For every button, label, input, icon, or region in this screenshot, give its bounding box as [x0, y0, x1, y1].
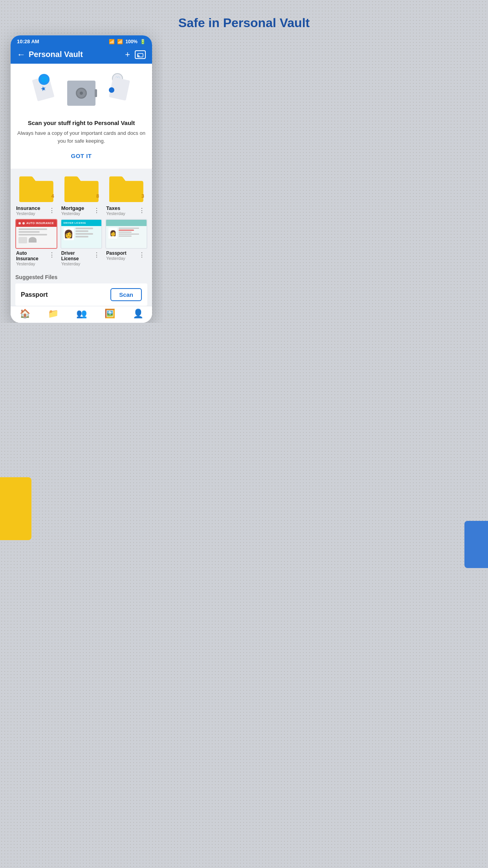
promo-title: Scan your stuff right to Personal Vault: [17, 120, 146, 126]
battery-icon: 🔋: [140, 39, 146, 44]
safe-dial: [76, 88, 87, 99]
folder-icon-insurance: 4: [15, 173, 57, 204]
file-meta-passport: Passport Yesterday ⋮: [105, 250, 147, 261]
nav-item-sharing[interactable]: 👥: [67, 309, 95, 318]
globe-icon: 🌐: [39, 74, 50, 85]
file-thumb-license: DRIVER LICENSE 👩: [61, 219, 103, 249]
nav-right: +: [125, 50, 146, 59]
suggested-section: Suggested Files Passport Scan: [11, 269, 152, 306]
file-thumb-license-inner: DRIVER LICENSE 👩: [61, 220, 102, 248]
folder-date-insurance: Yesterday: [16, 211, 40, 216]
got-it-button[interactable]: GOT IT: [65, 149, 98, 162]
suggested-item-name: Passport: [21, 291, 48, 298]
folder-name-mortgage: Mortgage: [61, 205, 84, 211]
safe-illustration: [67, 81, 95, 106]
folder-icon-mortgage: 8: [61, 173, 103, 204]
svg-rect-2: [19, 182, 53, 202]
svg-rect-4: [109, 182, 143, 202]
folder-insurance[interactable]: 4 Insurance Yesterday ⋮: [15, 173, 57, 216]
nav-item-photos[interactable]: 🖼️: [95, 309, 124, 318]
nav-left: ← Personal Vault: [17, 50, 83, 59]
folders-section: 4 Insurance Yesterday ⋮: [11, 169, 152, 266]
folders-grid: 4 Insurance Yesterday ⋮: [15, 173, 147, 216]
star-icon: ★: [40, 84, 47, 93]
battery-percent: 100%: [125, 39, 138, 44]
promo-illustration: ★ 🌐 ♡: [17, 72, 146, 115]
file-date-passport: Yesterday: [106, 256, 126, 261]
scan-button[interactable]: Scan: [110, 288, 142, 301]
folder-taxes[interactable]: 3 Taxes Yesterday ⋮: [105, 173, 147, 216]
folder-mortgage[interactable]: 8 Mortgage Yesterday ⋮: [61, 173, 103, 216]
status-bar: 10:28 AM 📶 📶 100% 🔋: [11, 35, 152, 47]
folder-date-mortgage: Yesterday: [61, 211, 84, 216]
file-name-insurance: Auto Insurance: [16, 250, 47, 261]
nav-item-files[interactable]: 📁: [39, 309, 67, 318]
folder-more-insurance[interactable]: ⋮: [47, 206, 57, 215]
folder-name-taxes: Taxes: [106, 205, 125, 211]
nav-item-home[interactable]: 🏠: [11, 309, 39, 318]
bottom-nav: 🏠 📁 👥 🖼️ 👤: [11, 306, 152, 323]
folder-meta-taxes: Taxes Yesterday ⋮: [105, 205, 147, 216]
folder-meta-mortgage: Mortgage Yesterday ⋮: [61, 205, 103, 216]
svg-rect-3: [64, 182, 98, 202]
folder-meta-insurance: Insurance Yesterday ⋮: [15, 205, 57, 216]
wifi-icon: 📶: [109, 39, 115, 44]
file-name-license: Driver License: [61, 250, 92, 261]
file-thumb-insurance-inner: AUTO INSURANCE: [16, 220, 57, 248]
files-grid: AUTO INSURANCE: [15, 219, 147, 267]
folder-count-insurance: 4: [51, 193, 54, 199]
suggested-label: Suggested Files: [15, 274, 147, 280]
sharing-icon: 👥: [76, 309, 87, 318]
file-driver-license[interactable]: DRIVER LICENSE 👩: [61, 219, 103, 267]
back-button[interactable]: ←: [17, 50, 26, 59]
file-more-insurance[interactable]: ⋮: [47, 250, 57, 259]
folder-date-taxes: Yesterday: [106, 211, 125, 216]
file-thumb-passport: 👩: [105, 219, 147, 249]
nav-item-me[interactable]: 👤: [124, 309, 152, 318]
safe-hinge: [95, 89, 97, 97]
promo-description: Always have a copy of your important car…: [17, 129, 146, 145]
folder-more-mortgage[interactable]: ⋮: [92, 206, 101, 215]
promo-card: ★ 🌐 ♡ Scan your stuff right to Personal …: [11, 64, 152, 169]
folder-icon-taxes: 3: [105, 173, 147, 204]
file-auto-insurance[interactable]: AUTO INSURANCE: [15, 219, 57, 267]
nav-bar: ← Personal Vault +: [11, 47, 152, 64]
file-name-passport: Passport: [106, 250, 126, 256]
file-passport[interactable]: 👩: [105, 219, 147, 267]
blue-dot: [109, 87, 114, 93]
folder-name-insurance: Insurance: [16, 205, 40, 211]
files-icon: 📁: [48, 309, 59, 318]
status-icons: 📶 📶 100% 🔋: [109, 39, 146, 44]
me-icon: 👤: [133, 309, 143, 318]
folder-count-taxes: 3: [141, 193, 144, 199]
home-icon: 🏠: [20, 309, 30, 318]
cast-button[interactable]: [135, 50, 146, 59]
add-button[interactable]: +: [125, 50, 130, 59]
status-time: 10:28 AM: [17, 39, 39, 44]
content-area: ★ 🌐 ♡ Scan your stuff right to Personal …: [11, 64, 152, 306]
signal-icon: 📶: [117, 39, 123, 44]
phone-frame: 10:28 AM 📶 📶 100% 🔋 ← Personal Vault +: [11, 35, 152, 323]
folder-more-taxes[interactable]: ⋮: [137, 206, 147, 215]
svg-point-1: [138, 56, 138, 57]
folder-count-mortgage: 8: [96, 193, 99, 199]
safe-handle: [80, 92, 83, 95]
file-more-license[interactable]: ⋮: [92, 250, 101, 259]
file-date-insurance: Yesterday: [16, 261, 47, 266]
file-meta-insurance: Auto Insurance Yesterday ⋮: [15, 250, 57, 266]
file-meta-license: Driver License Yesterday ⋮: [61, 250, 103, 266]
suggested-row: Passport Scan: [15, 283, 147, 306]
photos-icon: 🖼️: [105, 309, 115, 318]
file-date-license: Yesterday: [61, 261, 92, 266]
file-thumb-insurance: AUTO INSURANCE: [15, 219, 57, 249]
file-thumb-passport-inner: 👩: [106, 220, 147, 248]
file-more-passport[interactable]: ⋮: [137, 250, 147, 259]
nav-title: Personal Vault: [29, 50, 83, 59]
